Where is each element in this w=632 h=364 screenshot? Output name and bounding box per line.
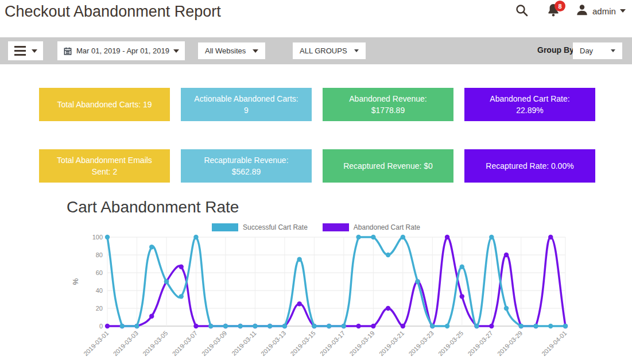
kpi-card-abandoned-revenue: Abandoned Revenue: $1778.89 xyxy=(323,88,453,121)
svg-text:2019-03-15: 2019-03-15 xyxy=(289,330,317,357)
date-range-value: Mar 01, 2019 - Apr 01, 2019 xyxy=(76,47,169,55)
svg-text:2019-03-23: 2019-03-23 xyxy=(407,330,435,357)
svg-text:0: 0 xyxy=(99,323,103,330)
user-icon xyxy=(576,3,588,18)
svg-text:2019-03-01: 2019-03-01 xyxy=(82,330,110,357)
svg-text:2019-03-05: 2019-03-05 xyxy=(141,330,169,357)
chevron-down-icon xyxy=(611,49,615,52)
svg-text:%: % xyxy=(71,278,80,285)
svg-text:80: 80 xyxy=(96,251,103,258)
chevron-down-icon xyxy=(173,49,179,53)
kpi-card-actionable-abandoned-carts: Actionable Abandoned Carts: 9 xyxy=(181,88,312,121)
group-by-value: Day xyxy=(580,47,593,55)
svg-text:2019-03-21: 2019-03-21 xyxy=(378,330,405,357)
svg-text:2019-03-19: 2019-03-19 xyxy=(348,330,376,357)
page-title: Checkout Abandonment Report xyxy=(5,3,221,21)
kpi-card-recaptured-rate: Recaptured Rate: 0.00% xyxy=(464,149,595,183)
svg-text:2019-03-09: 2019-03-09 xyxy=(200,330,228,357)
svg-text:2019-03-17: 2019-03-17 xyxy=(319,330,346,357)
kpi-card-total-abandonment-emails: Total Abandonment Emails Sent: 2 xyxy=(39,149,170,183)
legend-label: Successful Cart Rate xyxy=(243,223,308,231)
date-range-button[interactable]: Mar 01, 2019 - Apr 01, 2019 xyxy=(57,41,185,60)
chevron-down-icon xyxy=(354,49,359,52)
group-by-select[interactable]: Day xyxy=(573,42,622,59)
page-header: Checkout Abandonment Report 8 admin xyxy=(0,0,632,37)
legend-swatch-successful xyxy=(212,223,238,231)
user-name-label: admin xyxy=(592,6,616,16)
group-filter-value: ALL GROUPS xyxy=(300,47,347,55)
legend-item-abandoned-cart-rate[interactable]: Abandoned Cart Rate xyxy=(323,223,420,231)
kpi-card-recapturable-revenue: Recapturable Revenue: $562.89 xyxy=(181,149,312,183)
svg-text:40: 40 xyxy=(96,287,103,294)
chevron-down-icon xyxy=(253,49,258,53)
group-filter-select[interactable]: ALL GROUPS xyxy=(293,42,366,59)
svg-text:2019-03-13: 2019-03-13 xyxy=(259,330,287,357)
svg-text:2019-03-27: 2019-03-27 xyxy=(466,330,494,357)
legend-swatch-abandoned xyxy=(323,223,349,231)
svg-text:2019-03-03: 2019-03-03 xyxy=(112,330,139,357)
legend-label: Abandoned Cart Rate xyxy=(354,223,420,231)
calendar-icon xyxy=(63,47,72,56)
hamburger-icon xyxy=(14,46,26,56)
legend-item-successful-cart-rate[interactable]: Successful Cart Rate xyxy=(212,223,308,231)
website-filter-value: All Websites xyxy=(205,47,246,55)
admin-user-menu[interactable]: admin xyxy=(576,3,626,18)
chevron-down-icon xyxy=(32,49,37,53)
chevron-down-icon xyxy=(620,9,626,13)
bell-icon xyxy=(546,11,560,20)
svg-text:2019-03-11: 2019-03-11 xyxy=(230,330,258,357)
svg-text:60: 60 xyxy=(96,269,103,276)
menu-button[interactable] xyxy=(8,41,43,60)
group-by-label: Group By xyxy=(537,45,574,55)
search-icon xyxy=(514,11,529,20)
filter-toolbar: Mar 01, 2019 - Apr 01, 2019 All Websites… xyxy=(0,37,632,64)
website-filter-select[interactable]: All Websites xyxy=(198,42,265,59)
svg-text:2019-03-29: 2019-03-29 xyxy=(496,330,524,357)
chart-title: Cart Abandonment Rate xyxy=(67,198,239,216)
chart-legend: Successful Cart Rate Abandoned Cart Rate xyxy=(0,223,632,231)
svg-text:100: 100 xyxy=(92,234,103,241)
notifications-count-badge[interactable]: 8 xyxy=(555,1,565,11)
search-button[interactable] xyxy=(514,3,529,18)
cart-abandonment-rate-chart: 0204060801002019-03-012019-03-032019-03-… xyxy=(69,232,580,364)
kpi-card-recaptured-revenue: Recaptured Revenue: $0 xyxy=(323,149,453,183)
kpi-card-abandoned-cart-rate: Abandoned Cart Rate: 22.89% xyxy=(464,88,595,121)
svg-text:2019-03-25: 2019-03-25 xyxy=(437,330,464,357)
kpi-card-total-abandoned-carts: Total Abandoned Carts: 19 xyxy=(39,88,170,121)
checkout-abandonment-report-page: { "header": { "title": "Checkout Abandon… xyxy=(0,0,632,364)
svg-text:2019-04-01: 2019-04-01 xyxy=(540,330,568,357)
svg-text:2019-03-07: 2019-03-07 xyxy=(171,330,199,357)
svg-text:20: 20 xyxy=(96,305,103,312)
